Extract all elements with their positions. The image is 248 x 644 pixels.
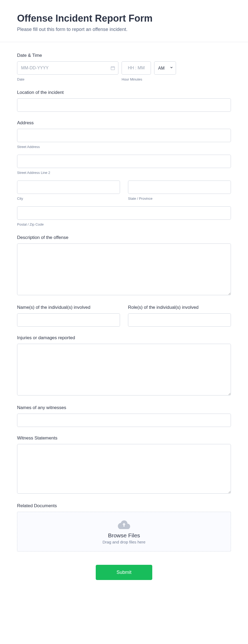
date-sublabel: Date	[17, 77, 122, 81]
postal-input[interactable]	[17, 206, 231, 220]
datetime-group: Date & Time HH : MM AM	[17, 53, 231, 81]
street-address-2-input[interactable]	[17, 155, 231, 168]
description-label: Description of the offense	[17, 235, 231, 240]
upload-dropzone[interactable]: Browse Files Drag and drop files here	[17, 512, 231, 551]
street-sublabel: Street Address	[17, 145, 231, 149]
documents-group: Related Documents Browse Files Drag and …	[17, 503, 231, 551]
submit-button[interactable]: Submit	[96, 565, 152, 580]
roles-label: Role(s) of the individual(s) involved	[128, 305, 231, 310]
form-subtitle: Please fill out this form to report an o…	[17, 27, 231, 32]
street2-sublabel: Street Address Line 2	[17, 171, 231, 175]
street-address-input[interactable]	[17, 129, 231, 142]
description-textarea[interactable]	[17, 243, 231, 295]
upload-dragdrop-label: Drag and drop files here	[23, 540, 225, 544]
form-body: Date & Time HH : MM AM	[0, 42, 248, 596]
time-input[interactable]: HH : MM	[122, 61, 151, 75]
witnesses-group: Names of any witnesses	[17, 405, 231, 427]
location-label: Location of the incident	[17, 90, 231, 95]
form-title: Offense Incident Report Form	[17, 13, 231, 24]
time-sublabel: Hour Minutes	[122, 77, 142, 81]
statements-textarea[interactable]	[17, 444, 231, 494]
names-input[interactable]	[17, 313, 120, 327]
upload-browse-label: Browse Files	[23, 532, 225, 539]
names-label: Name(s) of the individual(s) involved	[17, 305, 120, 310]
location-group: Location of the incident	[17, 90, 231, 112]
city-sublabel: City	[17, 197, 120, 201]
witnesses-input[interactable]	[17, 414, 231, 427]
postal-sublabel: Postal / Zip Code	[17, 222, 231, 226]
description-group: Description of the offense	[17, 235, 231, 296]
roles-input[interactable]	[128, 313, 231, 327]
datetime-label: Date & Time	[17, 53, 231, 58]
injuries-textarea[interactable]	[17, 344, 231, 395]
injuries-label: Injuries or damages reported	[17, 335, 231, 341]
location-input[interactable]	[17, 98, 231, 112]
injuries-group: Injuries or damages reported	[17, 335, 231, 397]
state-sublabel: State / Province	[128, 197, 231, 201]
city-input[interactable]	[17, 181, 120, 194]
address-label: Address	[17, 120, 231, 126]
statements-group: Witness Statements	[17, 435, 231, 495]
state-input[interactable]	[128, 181, 231, 194]
witnesses-label: Names of any witnesses	[17, 405, 231, 410]
address-group: Address Street Address Street Address Li…	[17, 120, 231, 226]
ampm-select[interactable]: AM	[154, 61, 176, 75]
statements-label: Witness Statements	[17, 435, 231, 441]
date-input[interactable]	[17, 61, 118, 75]
form-header: Offense Incident Report Form Please fill…	[0, 0, 248, 42]
documents-label: Related Documents	[17, 503, 231, 509]
cloud-upload-icon	[23, 520, 225, 530]
